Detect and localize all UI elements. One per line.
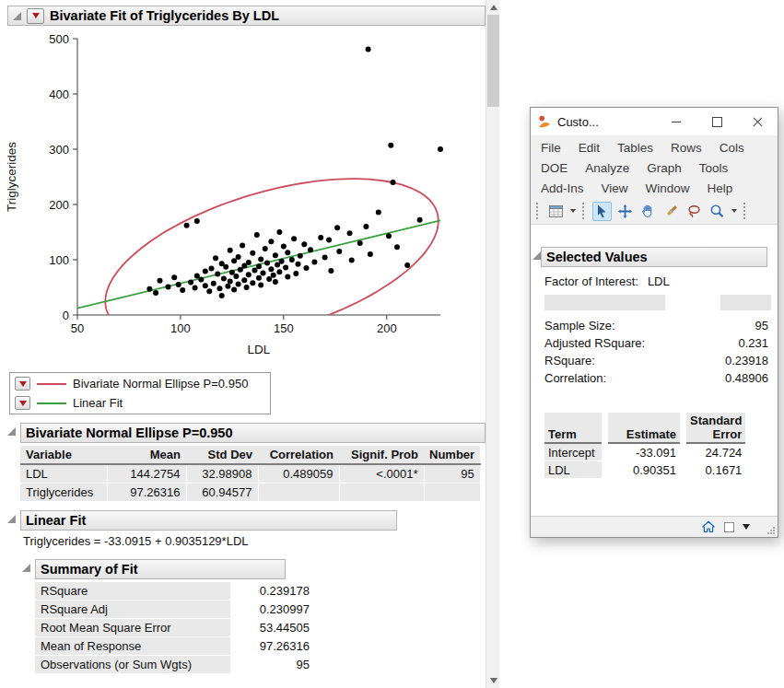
- data-point: [301, 241, 307, 247]
- menu-add-ins[interactable]: Add-Ins: [540, 181, 585, 195]
- data-point: [221, 275, 227, 281]
- dropdown-caret-icon[interactable]: [731, 209, 737, 213]
- lasso-tool-button[interactable]: [685, 202, 704, 221]
- menu-analyze[interactable]: Analyze: [584, 161, 630, 175]
- scatter-plot[interactable]: 501001502000100200300400500LDLTriglyceri…: [2, 31, 476, 365]
- data-point: [241, 263, 247, 269]
- data-point: [275, 262, 280, 267]
- column-header: Standard Error: [686, 413, 745, 444]
- toolbar-drag-handle[interactable]: [536, 203, 541, 219]
- menu-view[interactable]: View: [601, 181, 629, 195]
- data-point: [363, 224, 369, 229]
- red-triangle-menu-button[interactable]: [27, 8, 44, 24]
- dropdown-caret-icon[interactable]: [570, 209, 576, 213]
- window-state-button[interactable]: [724, 522, 734, 532]
- legend-box: Bivariate Normal Ellipse P=0.950 Linear …: [9, 372, 271, 414]
- menu-help[interactable]: Help: [707, 181, 734, 195]
- menu-graph[interactable]: Graph: [646, 161, 683, 175]
- menu-doe[interactable]: DOE: [540, 161, 568, 175]
- toolbar-drag-handle[interactable]: [582, 203, 587, 219]
- cell-correlation: [258, 484, 339, 502]
- brush-tool-button[interactable]: [661, 202, 681, 221]
- x-tick-label: 50: [71, 321, 84, 335]
- data-point: [217, 286, 223, 291]
- data-point: [357, 240, 363, 246]
- data-point: [298, 253, 303, 259]
- data-point: [166, 284, 171, 289]
- x-tick-label: 150: [274, 321, 294, 335]
- scroll-down-button[interactable]: [486, 673, 500, 688]
- stat-label: Mean of Response: [35, 637, 230, 656]
- home-button[interactable]: [701, 519, 716, 534]
- data-point: [281, 244, 287, 250]
- menu-rows[interactable]: Rows: [670, 141, 703, 155]
- scrollbar-thumb[interactable]: [487, 15, 499, 107]
- window-title-bar[interactable]: Custo...: [531, 108, 778, 135]
- selection-box-right[interactable]: [720, 295, 771, 310]
- report-title: Bivariate Fit of Triglycerides By LDL: [50, 8, 279, 23]
- menu-tools[interactable]: Tools: [698, 161, 730, 175]
- summary-of-fit-header: Summary of Fit: [35, 559, 286, 579]
- menu-tables[interactable]: Tables: [616, 141, 654, 155]
- cell-variable: Triglycerides: [20, 484, 107, 502]
- cell-estimate: 0.90351: [608, 461, 680, 479]
- arrow-tool-button[interactable]: [592, 202, 612, 221]
- data-point: [258, 283, 263, 288]
- data-point: [394, 244, 400, 250]
- new-data-table-button[interactable]: [546, 202, 566, 221]
- grabber-tool-button[interactable]: [615, 202, 635, 221]
- stat-label: Correlation:: [544, 371, 606, 385]
- red-triangle-menu-button[interactable]: [15, 396, 30, 410]
- menu-cols[interactable]: Cols: [719, 141, 745, 155]
- data-point: [213, 255, 218, 261]
- table-header-row: Variable Mean Std Dev Correlation Signif…: [20, 446, 480, 464]
- cell-term: Intercept: [544, 444, 602, 461]
- red-triangle-menu-button[interactable]: [15, 377, 30, 391]
- close-button[interactable]: [737, 109, 778, 135]
- stat-value: 0.231: [738, 336, 768, 350]
- stat-value: 0.23918: [725, 354, 768, 367]
- window-title: Custo...: [557, 115, 656, 129]
- menu-file[interactable]: File: [540, 141, 562, 155]
- stat-label: RSquare:: [544, 354, 595, 367]
- scroll-up-button[interactable]: [486, 0, 500, 15]
- data-point: [366, 46, 371, 52]
- table-row: LDL 144.2754 32.98908 0.489059 <.0001* 9…: [20, 464, 480, 484]
- data-point: [386, 233, 392, 239]
- data-point: [198, 277, 204, 283]
- cell-std-error: 0.1671: [686, 461, 745, 479]
- report-title-bar: Bivariate Fit of Triglycerides By LDL: [7, 6, 486, 26]
- data-point: [252, 267, 258, 273]
- data-point: [276, 269, 282, 274]
- vertical-scrollbar[interactable]: [486, 0, 499, 688]
- data-point: [285, 250, 290, 255]
- toolbar-drag-handle[interactable]: [743, 203, 748, 219]
- menu-row: Add-Ins View Window Help: [540, 178, 768, 198]
- cell-term: LDL: [544, 461, 602, 479]
- disclosure-open-icon[interactable]: [7, 515, 16, 523]
- disclosure-open-icon[interactable]: [7, 427, 16, 436]
- disclosure-open-icon[interactable]: [532, 251, 541, 260]
- toolbar: [531, 198, 778, 224]
- data-point: [254, 232, 260, 238]
- selection-box-left[interactable]: [544, 295, 665, 310]
- stat-value: 0.230997: [230, 601, 315, 619]
- resize-grip[interactable]: [765, 524, 777, 536]
- data-point: [322, 255, 328, 261]
- data-point: [211, 281, 216, 286]
- disclosure-open-icon[interactable]: [22, 564, 30, 572]
- minimize-button[interactable]: [656, 109, 696, 135]
- menu-edit[interactable]: Edit: [578, 141, 601, 155]
- data-point: [291, 236, 297, 241]
- disclosure-open-icon[interactable]: [13, 12, 21, 20]
- dropdown-triangle-button[interactable]: [743, 524, 750, 530]
- selected-values-header: Selected Values: [541, 247, 767, 267]
- magnifier-tool-button[interactable]: [708, 202, 727, 221]
- maximize-button[interactable]: [696, 109, 737, 135]
- menu-window[interactable]: Window: [645, 181, 691, 195]
- cell-number: [424, 484, 480, 502]
- x-axis-title: LDL: [248, 343, 271, 356]
- stat-value: 95: [230, 656, 315, 674]
- hand-tool-button[interactable]: [638, 202, 658, 221]
- cell-stddev: 60.94577: [186, 484, 258, 502]
